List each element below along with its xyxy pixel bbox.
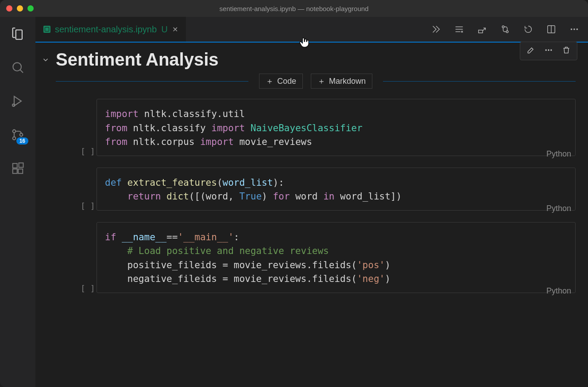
tab-filename: sentiement-analysis.ipynb [55, 24, 157, 35]
svg-rect-8 [19, 163, 23, 168]
workbench: 16 sentiement-analysis.ipynb U ✕ [0, 17, 588, 387]
cell-language-label[interactable]: Python [546, 286, 571, 296]
markdown-cell[interactable]: Sentiment Analysis [35, 43, 588, 72]
clear-outputs-icon[interactable] [454, 24, 464, 34]
editor-area: sentiement-analysis.ipynb U ✕ Sentiment … [35, 17, 588, 387]
code-cell[interactable]: [ ]import nltk.classify.util from nltk.c… [97, 99, 576, 156]
svg-point-4 [20, 133, 23, 137]
svg-point-18 [550, 49, 552, 51]
svg-point-3 [13, 137, 16, 140]
window-controls [6, 5, 34, 12]
svg-point-17 [548, 49, 549, 51]
explorer-icon[interactable] [10, 26, 26, 42]
notebook-file-icon [43, 26, 50, 33]
search-icon[interactable] [10, 59, 26, 75]
code-cell[interactable]: [ ]if __name__=='__main__': # Load posit… [97, 222, 576, 293]
activity-bar: 16 [0, 17, 35, 387]
code-editor[interactable]: if __name__=='__main__': # Load positive… [97, 222, 576, 293]
notebook-title: Sentiment Analysis [56, 50, 588, 70]
extensions-icon[interactable] [10, 160, 26, 176]
add-markdown-button[interactable]: ＋Markdown [311, 74, 372, 89]
svg-point-1 [12, 104, 15, 106]
minimize-window-button[interactable] [17, 5, 23, 12]
editor-tab[interactable]: sentiement-analysis.ipynb U ✕ [35, 17, 186, 42]
add-code-button[interactable]: ＋Code [259, 74, 303, 89]
tabs-row: sentiement-analysis.ipynb U ✕ [35, 17, 588, 42]
restart-icon[interactable] [523, 24, 533, 34]
source-control-icon[interactable]: 16 [10, 127, 26, 143]
edit-cell-icon[interactable] [526, 46, 535, 56]
svg-point-14 [573, 28, 575, 30]
svg-point-13 [571, 28, 573, 30]
svg-rect-7 [18, 169, 23, 173]
kernel-icon[interactable] [500, 24, 510, 34]
run-all-icon[interactable] [431, 24, 441, 34]
layout-icon[interactable] [546, 24, 556, 34]
variables-icon[interactable] [477, 24, 487, 34]
tab-git-status: U [161, 24, 167, 35]
collapse-icon[interactable] [42, 56, 50, 66]
execution-count: [ ] [81, 147, 95, 156]
cell-toolbar [520, 42, 577, 60]
svg-point-10 [502, 26, 504, 28]
scm-badge: 16 [16, 137, 28, 145]
cell-language-label[interactable]: Python [546, 204, 571, 213]
svg-point-15 [576, 28, 578, 30]
add-cell-row: ＋Code ＋Markdown [35, 75, 588, 87]
delete-cell-icon[interactable] [562, 46, 571, 56]
maximize-window-button[interactable] [27, 5, 34, 12]
code-editor[interactable]: import nltk.classify.util from nltk.clas… [97, 99, 576, 156]
cell-language-label[interactable]: Python [546, 149, 571, 159]
notebook-body: Sentiment Analysis ＋Code ＋Markdown [ ]im… [35, 42, 588, 387]
svg-point-11 [506, 31, 508, 33]
svg-point-0 [13, 63, 21, 71]
svg-rect-9 [479, 30, 483, 33]
svg-point-2 [13, 130, 16, 133]
close-window-button[interactable] [6, 5, 12, 12]
more-icon[interactable] [569, 24, 579, 34]
run-debug-icon[interactable] [10, 93, 26, 109]
execution-count: [ ] [81, 201, 95, 211]
svg-rect-5 [13, 164, 17, 168]
execution-count: [ ] [81, 284, 95, 293]
svg-rect-6 [13, 169, 17, 173]
tab-close-icon[interactable]: ✕ [172, 25, 178, 34]
notebook-toolbar [431, 24, 579, 34]
code-editor[interactable]: def extract_features(word_list): return … [97, 168, 576, 211]
code-cell[interactable]: [ ]def extract_features(word_list): retu… [97, 168, 576, 211]
window-title: sentiement-analysis.ipynb — notebook-pla… [0, 5, 588, 12]
cell-more-icon[interactable] [544, 46, 553, 56]
titlebar: sentiement-analysis.ipynb — notebook-pla… [0, 0, 588, 17]
svg-point-16 [545, 49, 547, 51]
